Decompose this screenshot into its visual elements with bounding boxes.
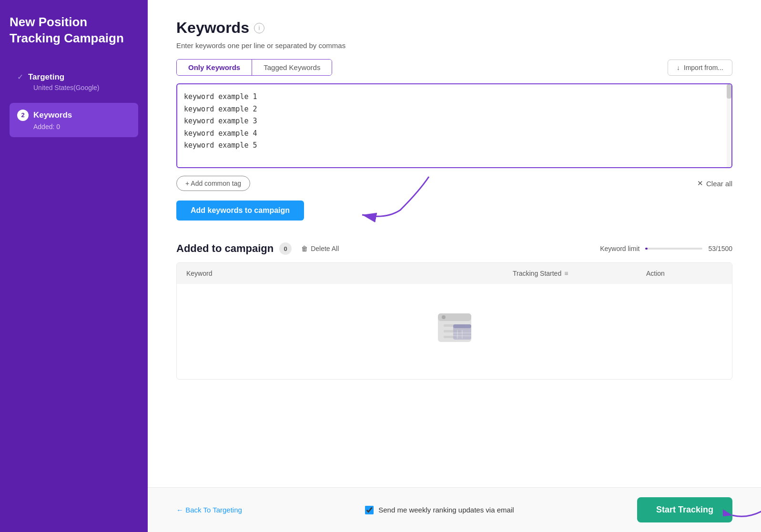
- sidebar-item-label-targeting: Targeting: [28, 72, 64, 82]
- table-header-tracking-started[interactable]: Tracking Started ≡: [513, 270, 646, 277]
- limit-bar: [645, 248, 702, 250]
- delete-all-button[interactable]: 🗑 Delete All: [301, 245, 339, 252]
- clear-all-button[interactable]: ✕ Clear all: [697, 179, 732, 188]
- add-keywords-button[interactable]: Add keywords to campaign: [176, 201, 304, 221]
- campaign-title: Added to campaign 0: [176, 242, 292, 255]
- add-keywords-section: Add keywords to campaign: [176, 201, 304, 221]
- scrollbar-track: [727, 84, 731, 167]
- sidebar-item-sublabel-keywords: Added: 0: [17, 123, 131, 130]
- delete-icon: 🗑: [301, 245, 308, 252]
- campaign-section: Added to campaign 0 🗑 Delete All Keyword…: [176, 242, 732, 380]
- sidebar-item-targeting[interactable]: ✓ Targeting United States(Google): [10, 66, 138, 98]
- tabs-row: Only Keywords Tagged Keywords ↓ Import f…: [176, 59, 732, 76]
- main-content: Keywords i Enter keywords one per line o…: [148, 0, 761, 532]
- sidebar-title: New Position Tracking Campaign: [10, 14, 138, 47]
- sidebar-item-sublabel-targeting: United States(Google): [17, 84, 131, 91]
- sidebar-item-keywords[interactable]: 2 Keywords Added: 0: [10, 103, 138, 137]
- start-tracking-button[interactable]: Start Tracking: [637, 497, 732, 522]
- svg-rect-8: [453, 324, 471, 328]
- table-header: Keyword Tracking Started ≡ Action: [177, 263, 732, 284]
- limit-bar-fill: [645, 248, 648, 250]
- campaign-meta-row: Added to campaign 0 🗑 Delete All: [176, 242, 339, 255]
- sidebar-item-label-keywords: Keywords: [33, 110, 72, 120]
- campaign-count: 0: [279, 242, 292, 255]
- tab-only-keywords[interactable]: Only Keywords: [177, 60, 252, 75]
- tab-tagged-keywords[interactable]: Tagged Keywords: [252, 60, 332, 75]
- clear-icon: ✕: [697, 179, 703, 188]
- empty-state-icon: [433, 306, 476, 349]
- back-to-targeting-button[interactable]: ← Back To Targeting: [176, 506, 242, 514]
- keyword-limit: Keyword limit 53/1500: [600, 245, 732, 252]
- actions-row: + Add common tag ✕ Clear all: [176, 176, 732, 191]
- bottom-bar: ← Back To Targeting Send me weekly ranki…: [148, 487, 761, 532]
- subtitle: Enter keywords one per line or separated…: [176, 41, 732, 50]
- start-tracking-wrapper: Start Tracking: [637, 497, 732, 522]
- table-header-keyword: Keyword: [186, 270, 513, 277]
- delete-all-label: Delete All: [311, 245, 339, 252]
- email-checkbox[interactable]: [365, 506, 374, 514]
- campaign-title-text: Added to campaign: [176, 242, 274, 255]
- keyword-textarea[interactable]: keyword example 1 keyword example 2 keyw…: [177, 84, 731, 165]
- info-icon[interactable]: i: [254, 23, 264, 33]
- import-label: Import from...: [684, 64, 723, 71]
- import-icon: ↓: [677, 64, 680, 71]
- main-scroll: Keywords i Enter keywords one per line o…: [148, 0, 761, 487]
- scrollbar-thumb: [727, 84, 731, 99]
- clear-all-label: Clear all: [706, 180, 732, 188]
- campaign-header: Added to campaign 0 🗑 Delete All Keyword…: [176, 242, 732, 255]
- keyword-limit-label: Keyword limit: [600, 245, 639, 252]
- check-icon: ✓: [17, 72, 23, 81]
- sidebar: New Position Tracking Campaign ✓ Targeti…: [0, 0, 148, 532]
- keyword-tabs: Only Keywords Tagged Keywords: [176, 59, 332, 76]
- step-number-keywords: 2: [17, 110, 29, 121]
- keyword-input-wrapper: keyword example 1 keyword example 2 keyw…: [176, 83, 732, 168]
- page-title: Keywords i: [176, 19, 732, 37]
- import-button[interactable]: ↓ Import from...: [668, 60, 732, 76]
- keywords-table: Keyword Tracking Started ≡ Action: [176, 262, 732, 380]
- table-body: [177, 284, 732, 379]
- filter-icon: ≡: [564, 270, 568, 277]
- email-checkbox-text: Send me weekly ranking updates via email: [378, 506, 514, 514]
- svg-point-3: [442, 315, 446, 319]
- limit-value: 53/1500: [708, 245, 732, 252]
- table-header-action: Action: [646, 270, 722, 277]
- add-common-tag-button[interactable]: + Add common tag: [176, 176, 250, 191]
- email-checkbox-label[interactable]: Send me weekly ranking updates via email: [365, 506, 514, 514]
- title-text: Keywords: [176, 19, 249, 37]
